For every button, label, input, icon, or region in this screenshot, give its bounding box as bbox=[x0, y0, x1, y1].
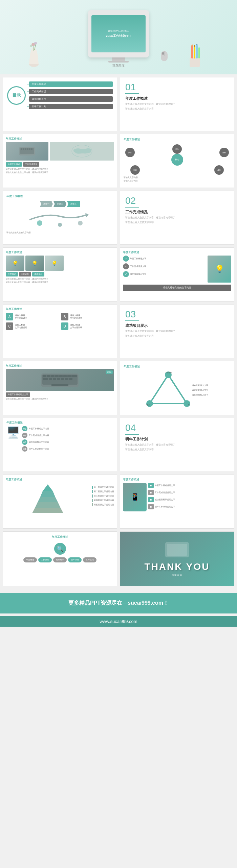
toc-item-1: 年度工作概述 bbox=[29, 81, 113, 87]
pyramid-label-5: 第五层级文字说明内容 bbox=[92, 503, 114, 506]
step-1: 步骤一 bbox=[40, 201, 53, 207]
stat-icon-2: B bbox=[61, 313, 68, 320]
section-subtitle-04: 请在此处输入您的文字内容，建议内容简洁明了 bbox=[125, 443, 229, 447]
section-subtitle-03b: 请在此处输入您的文字内容 bbox=[125, 334, 229, 338]
pyramid-labels: 第一层级文字说明内容 第二层级文字说明内容 第三层级文字说明内容 第四层级文字说… bbox=[92, 478, 114, 514]
arrow-info-1: 请在此处输入您的文字内容 bbox=[6, 232, 113, 234]
svg-rect-6 bbox=[190, 57, 200, 67]
toc-item-4: 明年工作计划 bbox=[29, 104, 113, 109]
stat-2: B 请输入标题文字内容说明 bbox=[61, 313, 114, 320]
slide-tablet-photo: 年度工作概述 📱 ■ 年度工作概述说明文字 ■ 工作完成情况说明文字 bbox=[120, 475, 234, 529]
diagram-info-2: 请输入文字内容 bbox=[124, 180, 231, 183]
tab-icon-3: ■ bbox=[148, 497, 154, 502]
num-text-2: 工作完成情况文字内容 bbox=[29, 434, 49, 437]
watermark: 莱鸟图库 bbox=[112, 64, 125, 68]
slide-row-8: 年度工作概述 第一层级文字说明内容 第二层级文字 bbox=[3, 475, 234, 529]
slide-section-01: 01 年度工作概述 请在此处输入您的文字内容，建议内容简洁明了 请在此处输入您的… bbox=[120, 77, 234, 131]
slide-label-9: 年度工作概述 bbox=[6, 307, 114, 311]
svg-rect-45 bbox=[69, 378, 72, 380]
kbd-info: 请在此处输入您的文字内容，建议内容简洁明了 bbox=[6, 398, 114, 401]
lights-tag-2: 工作计划 bbox=[19, 272, 31, 276]
monitor-title: 建筑/地产/工程/施工 bbox=[108, 29, 129, 33]
svg-marker-11 bbox=[191, 44, 193, 46]
kbd-tag-1: 年度工作概述定义文字 bbox=[6, 392, 30, 397]
slide-row-2: 年度工作概述 bbox=[3, 134, 234, 188]
pyramid-label-2: 第二层级文字说明内容 bbox=[92, 490, 114, 493]
badge-2: 02 bbox=[22, 433, 27, 438]
footer-section: 更多精品PPT资源尽在—sucai999.com！ bbox=[0, 593, 237, 613]
light-photo-3: 💡 bbox=[45, 256, 64, 271]
svg-marker-13 bbox=[196, 44, 198, 45]
toc-items-list: 年度工作概述 工作完成情况 成功项目展示 明年工作计划 bbox=[29, 81, 113, 109]
svg-rect-16 bbox=[162, 52, 164, 55]
slide-label-pyramid: 年度工作概述 bbox=[6, 478, 90, 481]
kbd-badge: 2016 bbox=[106, 370, 113, 374]
stat-icon-1: A bbox=[6, 313, 13, 320]
rocket-icon: 🖥️ bbox=[6, 426, 20, 439]
svg-rect-60 bbox=[167, 544, 187, 556]
tablet-inner: 年度工作概述 📱 ■ 年度工作概述说明文字 ■ 工作完成情况说明文字 bbox=[120, 475, 234, 514]
stat-text-1: 请输入标题文字内容说明 bbox=[15, 314, 27, 320]
lights-tag-3: 成果展示 bbox=[32, 272, 44, 276]
section-title-02: 工作完成情况 bbox=[125, 210, 229, 215]
tags-row: 年度工作概述 工作完成情况 bbox=[6, 162, 114, 167]
step-3: 步骤三 bbox=[67, 201, 80, 207]
slide-label-5: 年度工作概述 bbox=[6, 194, 113, 198]
slide-circle-diagram: 年度工作概述 核心 工作 目标 成果 计划 执行 请输入文字内容 请输入文字内容 bbox=[120, 134, 234, 188]
icon-check-3: ✓ bbox=[123, 271, 129, 277]
svg-rect-40 bbox=[49, 378, 52, 380]
section-divider bbox=[125, 93, 139, 94]
slide-keyboard2: 年度工作概述 A 请输入标题文字内容说明 B 请输入标题文字内容说明 C 请输入… bbox=[3, 304, 117, 358]
tab-icon-2: ■ bbox=[148, 490, 154, 495]
svg-text:工作执行: 工作执行 bbox=[146, 404, 150, 406]
stat-icon-3: C bbox=[6, 322, 13, 330]
svg-rect-33 bbox=[51, 375, 55, 377]
section-subtitle-03: 请在此处输入您的文字内容，建议内容简洁明了 bbox=[125, 330, 229, 333]
slide-row-5: 年度工作概述 A 请输入标题文字内容说明 B 请输入标题文字内容说明 C 请输入… bbox=[3, 304, 234, 358]
svg-rect-39 bbox=[43, 378, 48, 380]
slide-row-6: 年度工作概述 bbox=[3, 361, 234, 415]
lights-info: 请在此处输入您的文字内容，建议内容简洁明了 请在此处输入您的文字内容，建议内容简… bbox=[6, 278, 114, 284]
slide-section-02: 02 工作完成情况 请在此处输入您的文字内容，建议内容简洁明了 请在此处输入您的… bbox=[120, 191, 234, 245]
slide-label-search: 年度工作概述 bbox=[52, 535, 68, 539]
svg-marker-58 bbox=[32, 508, 63, 513]
svg-point-26 bbox=[37, 220, 42, 226]
section-subtitle-01b: 请在此处输入您的文字内容 bbox=[125, 107, 229, 111]
lights-slide-inner: 年度工作概述 💡 💡 💡 年度概述 工作计划 成果展示 请在此处输入您的文字内容… bbox=[3, 248, 117, 287]
svg-text:工作计划: 工作计划 bbox=[165, 371, 172, 373]
step-2: 步骤二 bbox=[53, 201, 66, 207]
tab-item-1: ■ 年度工作概述说明文字 bbox=[148, 483, 231, 488]
svg-rect-34 bbox=[55, 375, 59, 377]
svg-rect-7 bbox=[191, 46, 193, 58]
svg-rect-19 bbox=[21, 148, 22, 150]
svg-rect-42 bbox=[57, 378, 60, 380]
section-divider-02 bbox=[125, 207, 139, 208]
slide-thank-you: THANK YOU 感谢观看 bbox=[120, 531, 234, 586]
tablet-items: ■ 年度工作概述说明文字 ■ 工作完成情况说明文字 ■ 成功项目展示说明文字 bbox=[148, 483, 231, 511]
badge-3: 03 bbox=[22, 439, 27, 445]
keyboard-big-inner: 年度工作概述 bbox=[3, 361, 117, 403]
photo-world-map bbox=[50, 142, 114, 161]
orbit-4: 计划 bbox=[130, 165, 140, 175]
svg-point-27 bbox=[58, 223, 62, 227]
pill-5: 工作总结 bbox=[83, 557, 96, 562]
right-photo: 💡 bbox=[208, 256, 231, 283]
lights-photos: 💡 💡 💡 bbox=[6, 256, 114, 271]
left-item-2: ✓ 工作完成情况文字 bbox=[123, 263, 206, 269]
svg-rect-35 bbox=[59, 375, 63, 377]
left-text-1: 年度工作概述文字 bbox=[130, 257, 146, 260]
slide-toc: 目录 年度工作概述 工作完成情况 成功项目展示 明年工作计划 bbox=[3, 77, 117, 131]
slide-section-03: 03 成功项目展示 请在此处输入您的文字内容，建议内容简洁明了 请在此处输入您的… bbox=[120, 304, 234, 358]
svg-rect-31 bbox=[43, 375, 46, 377]
section-number-01: 01 bbox=[125, 82, 229, 92]
num-3: 03 成功项目展示文字内容 bbox=[22, 439, 49, 445]
svg-rect-9 bbox=[196, 45, 198, 58]
pyramid-inner: 年度工作概述 bbox=[6, 478, 90, 514]
tri-info: 请在此处输入文字 请在此处输入文字 请在此处输入文字 bbox=[192, 384, 208, 396]
section-number-04: 04 bbox=[125, 423, 229, 433]
svg-rect-8 bbox=[194, 47, 195, 58]
tri-text-1: 请在此处输入文字 bbox=[192, 384, 208, 387]
diagram-info: 请输入文字内容 请输入文字内容 bbox=[124, 176, 231, 183]
svg-marker-56 bbox=[38, 497, 58, 502]
icon-check: ✓ bbox=[123, 256, 129, 262]
